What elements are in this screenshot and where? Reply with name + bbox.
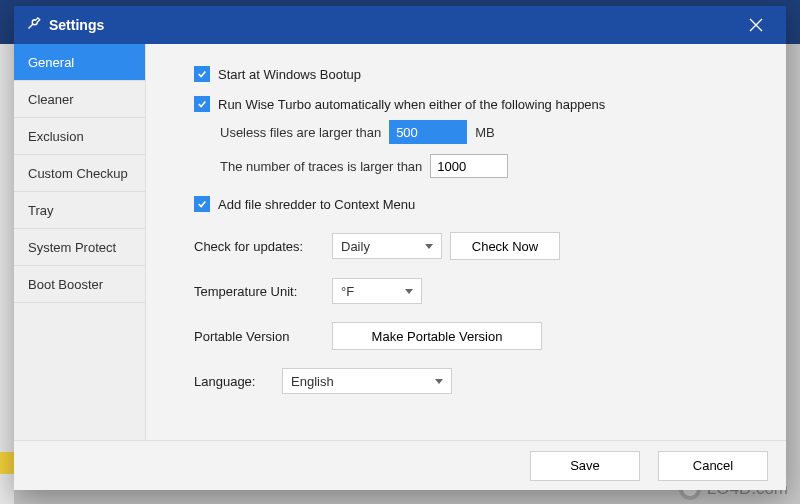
button-label: Cancel bbox=[693, 458, 733, 473]
checkbox-auto-run[interactable]: Run Wise Turbo automatically when either… bbox=[194, 96, 605, 112]
chevron-down-icon bbox=[405, 289, 413, 294]
select-value: Daily bbox=[341, 239, 370, 254]
save-button[interactable]: Save bbox=[530, 451, 640, 481]
sidebar-item-exclusion[interactable]: Exclusion bbox=[14, 118, 145, 155]
button-label: Check Now bbox=[472, 239, 538, 254]
check-now-button[interactable]: Check Now bbox=[450, 232, 560, 260]
chevron-down-icon bbox=[425, 244, 433, 249]
temperature-label: Temperature Unit: bbox=[194, 284, 324, 299]
checkbox-start-at-boot[interactable]: Start at Windows Bootup bbox=[194, 66, 361, 82]
checkbox-label: Start at Windows Bootup bbox=[218, 67, 361, 82]
useless-files-size-input[interactable] bbox=[389, 120, 467, 144]
dialog-footer: Save Cancel bbox=[14, 440, 786, 490]
dialog-title: Settings bbox=[49, 17, 104, 33]
rule-label: Useless files are larger than bbox=[220, 125, 381, 140]
sidebar-item-cleaner[interactable]: Cleaner bbox=[14, 81, 145, 118]
checkbox-file-shredder[interactable]: Add file shredder to Context Menu bbox=[194, 196, 415, 212]
settings-dialog: Settings General Cleaner Exclusion Custo… bbox=[14, 6, 786, 490]
checkbox-label: Add file shredder to Context Menu bbox=[218, 197, 415, 212]
select-value: °F bbox=[341, 284, 354, 299]
checkmark-icon bbox=[194, 96, 210, 112]
button-label: Save bbox=[570, 458, 600, 473]
make-portable-button[interactable]: Make Portable Version bbox=[332, 322, 542, 350]
sidebar-item-tray[interactable]: Tray bbox=[14, 192, 145, 229]
select-value: English bbox=[291, 374, 334, 389]
sidebar-item-label: Cleaner bbox=[28, 92, 74, 107]
sidebar-item-general[interactable]: General bbox=[14, 44, 145, 81]
language-select[interactable]: English bbox=[282, 368, 452, 394]
sidebar-item-boot-booster[interactable]: Boot Booster bbox=[14, 266, 145, 303]
updates-label: Check for updates: bbox=[194, 239, 324, 254]
rule-label: The number of traces is larger than bbox=[220, 159, 422, 174]
traces-count-input[interactable] bbox=[430, 154, 508, 178]
sidebar-item-custom-checkup[interactable]: Custom Checkup bbox=[14, 155, 145, 192]
cancel-button[interactable]: Cancel bbox=[658, 451, 768, 481]
checkmark-icon bbox=[194, 196, 210, 212]
bg-side bbox=[0, 44, 14, 504]
sidebar-item-system-protect[interactable]: System Protect bbox=[14, 229, 145, 266]
sidebar-item-label: Boot Booster bbox=[28, 277, 103, 292]
wrench-icon bbox=[26, 16, 41, 34]
sidebar-item-label: Custom Checkup bbox=[28, 166, 128, 181]
button-label: Make Portable Version bbox=[372, 329, 503, 344]
checkmark-icon bbox=[194, 66, 210, 82]
sidebar-item-label: Exclusion bbox=[28, 129, 84, 144]
updates-frequency-select[interactable]: Daily bbox=[332, 233, 442, 259]
portable-label: Portable Version bbox=[194, 329, 324, 344]
temperature-unit-select[interactable]: °F bbox=[332, 278, 422, 304]
bg-yellow-chip bbox=[0, 452, 14, 474]
settings-panel-general: Start at Windows Bootup Run Wise Turbo a… bbox=[146, 44, 786, 440]
sidebar-item-label: Tray bbox=[28, 203, 54, 218]
close-icon bbox=[749, 18, 763, 32]
sidebar-item-label: System Protect bbox=[28, 240, 116, 255]
sidebar-item-label: General bbox=[28, 55, 74, 70]
language-label: Language: bbox=[194, 374, 274, 389]
chevron-down-icon bbox=[435, 379, 443, 384]
close-button[interactable] bbox=[738, 6, 774, 44]
unit-label: MB bbox=[475, 125, 495, 140]
sidebar: General Cleaner Exclusion Custom Checkup… bbox=[14, 44, 146, 440]
checkbox-label: Run Wise Turbo automatically when either… bbox=[218, 97, 605, 112]
titlebar[interactable]: Settings bbox=[14, 6, 786, 44]
